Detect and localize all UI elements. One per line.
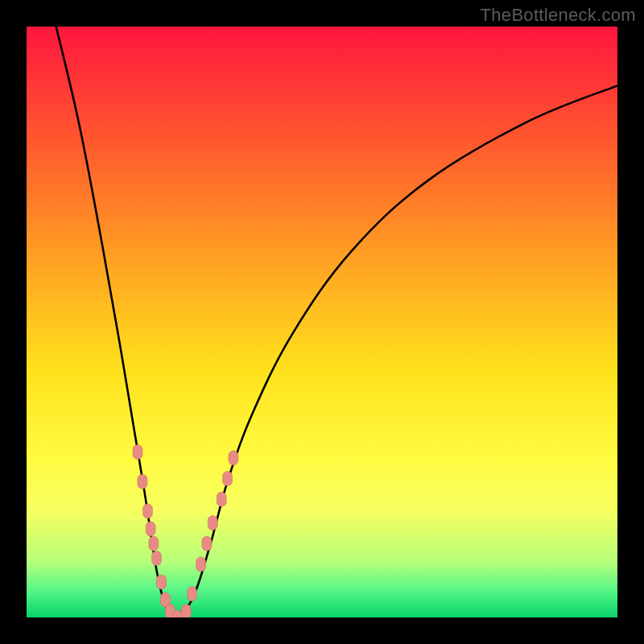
marker-dot (138, 474, 147, 489)
chart-svg (0, 0, 644, 644)
marker-dot (146, 522, 155, 536)
watermark-label: TheBottleneck.com (481, 5, 636, 26)
marker-dot (133, 444, 142, 459)
marker-dot (151, 551, 161, 566)
marker-dot (208, 516, 217, 530)
marker-dot (217, 492, 226, 506)
marker-dot (223, 472, 233, 486)
marker-dot (196, 557, 206, 572)
marker-dot (202, 536, 212, 551)
marker-dot (142, 504, 152, 518)
chart-stage: TheBottleneck.com (0, 0, 644, 644)
marker-dot (229, 451, 238, 465)
marker-dot (149, 536, 159, 551)
plot-area (27, 27, 617, 625)
marker-dot (188, 587, 197, 601)
marker-dot (181, 605, 191, 619)
marker-dot (156, 575, 166, 589)
